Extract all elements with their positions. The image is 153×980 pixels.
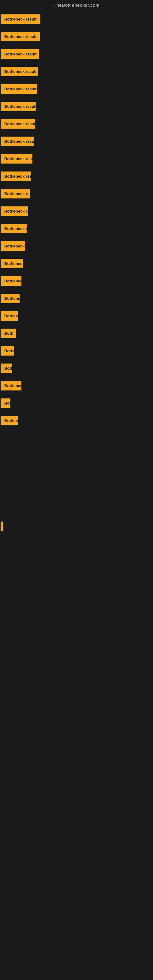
bottleneck-badge: Bottleneck result — [1, 32, 40, 41]
list-item: Bottleneck res — [0, 257, 153, 274]
bottleneck-badge: Bottleneck result — [1, 49, 39, 59]
bottleneck-list: Bottleneck resultBottleneck resultBottle… — [0, 11, 153, 433]
list-item: Bott — [0, 396, 153, 414]
bottleneck-badge: Bottlen — [1, 364, 12, 373]
spacer-middle — [0, 433, 153, 519]
list-item: Bottleneck result — [0, 205, 153, 222]
bottleneck-badge: Bottleneck result — [1, 84, 37, 94]
bottleneck-badge: Bottlene — [1, 311, 18, 321]
list-item: Bottleneck — [0, 379, 153, 396]
list-item: Bottleneck result — [0, 240, 153, 257]
bottleneck-badge: Bottleneck r — [1, 294, 19, 303]
bottleneck-badge: Bottleneck result — [1, 154, 32, 164]
site-header: TheBottlenecker.com — [0, 0, 153, 11]
spacer-bottom — [0, 534, 153, 656]
bottleneck-badge: Bottleneck result — [1, 137, 33, 146]
list-item: Bottleneck result — [0, 187, 153, 205]
list-item: Bottleneck result — [0, 83, 153, 100]
bottleneck-badge: Bottleneck result — [1, 207, 28, 216]
list-item: Bottleneck result — [0, 48, 153, 65]
bottleneck-badge: Bottleneck result — [1, 67, 38, 76]
list-item: Bottleneck result — [0, 65, 153, 83]
bottleneck-badge: Bottleneck result — [1, 224, 27, 233]
list-item: Bottleneck result — [0, 13, 153, 30]
list-item: Bottleneck result — [0, 30, 153, 48]
list-item: Bottlenec — [0, 274, 153, 292]
bottleneck-badge: Bottleneck result — [1, 241, 25, 251]
bottleneck-badge: Bottleneck — [1, 381, 21, 390]
list-item: Bottlene — [0, 414, 153, 431]
list-item: Bottleneck result — [0, 117, 153, 135]
list-item: Bottlen — [0, 362, 153, 379]
list-item: Bottleneck r — [0, 292, 153, 309]
list-item: Bottl — [0, 327, 153, 344]
bottleneck-badge: Bottleneck result — [1, 102, 36, 111]
list-item: Bottlene — [0, 309, 153, 327]
bottleneck-badge: Bott — [1, 398, 10, 408]
bottleneck-badge: Bottleneck result — [1, 172, 31, 181]
site-title: TheBottlenecker.com — [0, 0, 153, 11]
bottleneck-badge: Bottl — [1, 329, 16, 338]
list-item: Bottleneck result — [0, 100, 153, 117]
list-item: Bottlene — [0, 344, 153, 362]
bottleneck-badge: Bottlenec — [1, 276, 21, 286]
bottleneck-badge: Bottlene — [1, 416, 18, 425]
bottleneck-badge: Bottleneck result — [1, 14, 40, 24]
bottleneck-badge: Bottlene — [1, 346, 14, 356]
list-item: Bottleneck result — [0, 170, 153, 187]
small-indicator — [1, 522, 3, 531]
list-item: Bottleneck result — [0, 135, 153, 152]
bottleneck-badge: Bottleneck result — [1, 189, 30, 199]
list-item: Bottleneck result — [0, 152, 153, 170]
bottleneck-badge: Bottleneck res — [1, 259, 23, 268]
bottleneck-badge: Bottleneck result — [1, 119, 35, 129]
list-item: Bottleneck result — [0, 222, 153, 240]
